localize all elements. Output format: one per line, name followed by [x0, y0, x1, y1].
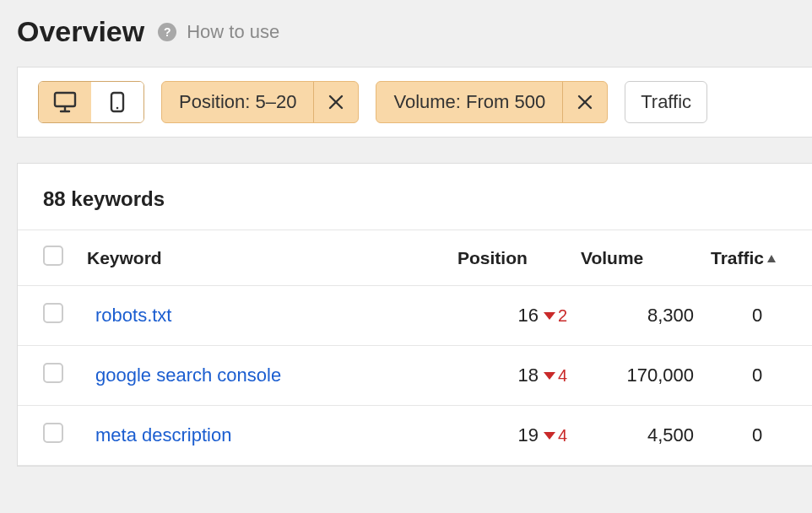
how-to-use-link[interactable]: How to use	[187, 21, 279, 43]
column-header-volume[interactable]: Volume	[576, 230, 702, 286]
position-delta: 4	[544, 426, 567, 446]
keywords-table: Keyword Position Volume Traffic robots.t…	[18, 230, 812, 466]
svg-rect-0	[55, 93, 75, 106]
position-delta: 2	[544, 306, 567, 326]
select-all-checkbox[interactable]	[43, 246, 63, 266]
help-icon[interactable]: ?	[158, 23, 176, 41]
mobile-icon	[110, 91, 125, 113]
sort-ascending-icon	[767, 255, 776, 262]
results-count: 88 keywords	[18, 164, 812, 230]
table-header-row: Keyword Position Volume Traffic	[18, 230, 812, 286]
traffic-dropdown-label: Traffic	[641, 91, 691, 113]
traffic-dropdown[interactable]: Traffic	[625, 81, 707, 123]
filter-chip-volume-label[interactable]: Volume: From 500	[376, 82, 563, 122]
desktop-icon	[53, 91, 77, 113]
position-value: 16	[517, 305, 538, 327]
column-header-position[interactable]: Position	[449, 230, 576, 286]
keyword-link[interactable]: meta description	[80, 424, 231, 446]
device-desktop-button[interactable]	[39, 82, 91, 122]
column-header-keyword[interactable]: Keyword	[72, 230, 449, 286]
traffic-value: 0	[702, 406, 812, 466]
close-icon	[577, 94, 593, 110]
page-title: Overview	[17, 15, 144, 48]
down-icon	[544, 312, 555, 320]
traffic-value: 0	[702, 346, 812, 406]
volume-value: 4,500	[576, 406, 702, 466]
traffic-value: 0	[702, 286, 812, 346]
row-checkbox[interactable]	[43, 363, 63, 383]
table-row: google search console 184 170,000 0	[18, 346, 812, 406]
filter-chip-position-label[interactable]: Position: 5–20	[162, 82, 314, 122]
results-panel: 88 keywords Keyword Position Volume Traf…	[17, 163, 812, 467]
position-value: 18	[517, 364, 538, 386]
device-mobile-button[interactable]	[91, 82, 143, 122]
filter-chip-volume: Volume: From 500	[376, 81, 608, 123]
row-checkbox[interactable]	[43, 423, 63, 443]
position-delta: 4	[544, 366, 567, 386]
close-icon	[328, 94, 344, 110]
down-icon	[544, 372, 555, 380]
keyword-link[interactable]: google search console	[80, 364, 281, 386]
down-icon	[544, 432, 555, 440]
table-row: robots.txt 162 8,300 0	[18, 286, 812, 346]
table-row: meta description 194 4,500 0	[18, 406, 812, 466]
filter-chip-position: Position: 5–20	[161, 81, 359, 123]
volume-value: 8,300	[576, 286, 702, 346]
volume-value: 170,000	[576, 346, 702, 406]
page-header: Overview ? How to use	[17, 0, 812, 67]
position-value: 19	[517, 424, 538, 446]
svg-point-4	[116, 107, 119, 110]
device-toggle	[38, 81, 144, 123]
filter-chip-position-close[interactable]	[314, 82, 358, 122]
row-checkbox[interactable]	[43, 303, 63, 323]
column-header-traffic[interactable]: Traffic	[702, 230, 812, 286]
keyword-link[interactable]: robots.txt	[80, 305, 171, 327]
filter-chip-volume-close[interactable]	[563, 82, 607, 122]
filters-bar: Position: 5–20 Volume: From 500 Traffic	[17, 67, 812, 138]
